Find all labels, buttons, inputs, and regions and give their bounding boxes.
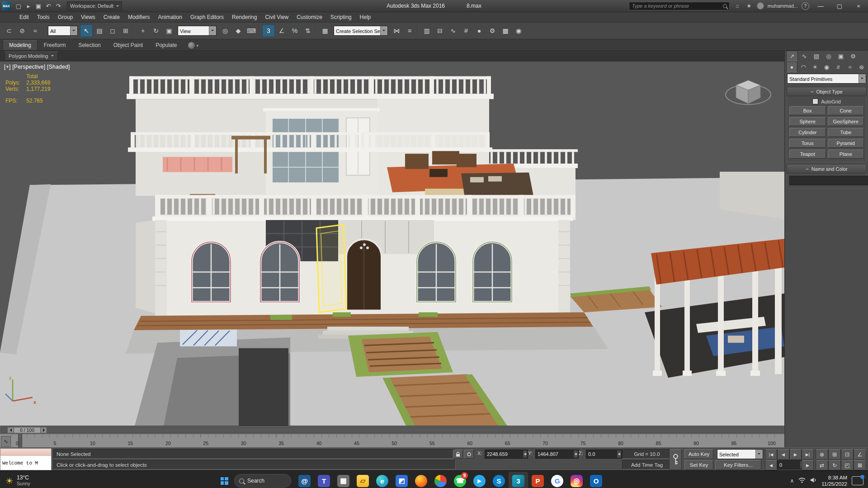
current-frame-field[interactable]: 0	[777, 460, 805, 469]
menu-edit[interactable]: Edit	[15, 12, 33, 22]
workspace-dropdown[interactable]: Workspace: Default	[67, 1, 122, 10]
open-file-icon[interactable]: ▸	[24, 1, 33, 10]
zoom-all-icon[interactable]: ⊞	[828, 449, 841, 460]
taskbar-app-photos[interactable]: ◩	[392, 472, 411, 488]
play-animation-button[interactable]: ▶	[789, 449, 802, 460]
volume-icon[interactable]	[810, 477, 817, 484]
sphere-button[interactable]: Sphere	[789, 117, 826, 126]
space-warps-category-icon[interactable]: ≈	[844, 61, 856, 72]
taskbar-app-teams[interactable]: T	[314, 472, 334, 488]
previous-frame-icon[interactable]	[7, 427, 14, 433]
teapot-button[interactable]: Teapot	[789, 150, 826, 159]
next-key-button[interactable]: ▶	[802, 460, 814, 470]
selected-door-frame[interactable]	[316, 225, 346, 312]
rendered-frame-window-icon[interactable]: ▩	[499, 24, 512, 37]
menu-tools[interactable]: Tools	[33, 12, 54, 22]
lights-category-icon[interactable]: ☀	[809, 61, 821, 72]
plane-button[interactable]: Plane	[828, 150, 864, 159]
taskbar-app-store[interactable]: ▦	[334, 472, 353, 488]
taskbar-clock[interactable]: 8:38 AM 11/25/2022	[821, 474, 847, 487]
field-of-view-icon[interactable]: ∠	[854, 449, 866, 460]
spinner-icon[interactable]	[617, 450, 621, 458]
object-name-input[interactable]	[789, 176, 868, 185]
menu-help[interactable]: Help	[356, 12, 375, 22]
cone-button[interactable]: Cone	[828, 106, 864, 115]
hierarchy-tab-icon[interactable]: ▤	[811, 51, 822, 61]
pan-icon[interactable]: ⇄	[816, 460, 828, 470]
viewport-label[interactable]: [+] [Perspective] [Shaded]	[4, 64, 70, 70]
select-and-move-icon[interactable]: +	[137, 24, 149, 37]
create-tab-icon[interactable]: ↗	[786, 51, 798, 61]
selected-keys-dropdown[interactable]: Selected	[717, 449, 763, 459]
taskbar-app-outlook[interactable]: O	[586, 472, 606, 488]
schematic-view-icon[interactable]: #	[460, 24, 472, 37]
align-icon[interactable]: ≡	[403, 24, 416, 37]
taskbar-app-3ds-max[interactable]: 3	[509, 472, 528, 488]
cylinder-button[interactable]: Cylinder	[789, 128, 826, 137]
z-coordinate-field[interactable]: 0.0	[586, 450, 622, 459]
taskbar-app-telegram[interactable]: ▶	[470, 472, 489, 488]
max-application-menu-icon[interactable]: MAX	[2, 1, 11, 10]
taskbar-app-google[interactable]: G	[547, 472, 567, 488]
render-setup-icon[interactable]: ⚙	[486, 24, 499, 37]
zoom-icon[interactable]: ⊕	[816, 449, 828, 460]
auto-key-button[interactable]: Auto Key	[684, 449, 713, 459]
pyramid-button[interactable]: Pyramid	[828, 139, 864, 148]
undo-icon[interactable]: ↶	[43, 1, 53, 10]
tab-freeform[interactable]: Freeform	[38, 40, 72, 50]
select-object-icon[interactable]: ↖	[80, 24, 93, 37]
x-coordinate-field[interactable]: 2248.659	[485, 450, 528, 459]
unlink-selection-icon[interactable]: ⊘	[16, 24, 28, 37]
set-keys-button[interactable]	[669, 449, 682, 470]
add-time-tag-field[interactable]: Add Time Tag	[622, 460, 672, 469]
select-and-link-icon[interactable]: ⊂	[3, 24, 15, 37]
menu-rendering[interactable]: Rendering	[228, 12, 261, 22]
reference-coordinate-dropdown[interactable]: View	[178, 26, 217, 36]
zoom-region-icon[interactable]: ◰	[841, 460, 854, 470]
menu-create[interactable]: Create	[99, 12, 124, 22]
rectangular-selection-region-icon[interactable]: ◻	[106, 24, 119, 37]
menu-animation[interactable]: Animation	[154, 12, 186, 22]
restore-button[interactable]: ▢	[832, 1, 847, 11]
utilities-tab-icon[interactable]: ⚙	[847, 51, 859, 61]
menu-scripting[interactable]: Scripting	[326, 12, 356, 22]
zoom-extents-icon[interactable]: ⊡	[841, 449, 854, 460]
polygon-modeling-panel-button[interactable]: Polygon Modeling	[5, 52, 58, 61]
tab-selection[interactable]: Selection	[72, 40, 107, 50]
select-and-rotate-icon[interactable]: ↻	[150, 24, 162, 37]
time-slider-handle[interactable]: 0 / 100	[7, 427, 47, 433]
track-bar[interactable]: ∿ 05 1015 2025 3035 4045 5055 6065 7075 …	[0, 434, 784, 447]
menu-customize[interactable]: Customize	[292, 12, 326, 22]
time-slider-track[interactable]	[1, 427, 783, 433]
modify-tab-icon[interactable]: ∿	[798, 51, 810, 61]
mini-curve-editor-icon[interactable]: ∿	[1, 436, 11, 447]
taskbar-app-skype[interactable]: S	[489, 472, 509, 488]
tab-modeling[interactable]: Modeling	[3, 40, 38, 50]
new-scene-icon[interactable]: ▢	[14, 1, 24, 10]
save-file-icon[interactable]: ▣	[33, 1, 43, 10]
geometry-category-icon[interactable]: ●	[786, 61, 797, 72]
menu-group[interactable]: Group	[54, 12, 77, 22]
go-to-end-button[interactable]: ▶|	[802, 449, 814, 460]
motion-tab-icon[interactable]: ◎	[823, 51, 835, 61]
torus-button[interactable]: Torus	[789, 139, 826, 148]
menu-civil-view[interactable]: Civil View	[261, 12, 292, 22]
community-icon[interactable]: ⌂	[733, 3, 741, 9]
selection-lock-icon[interactable]	[453, 450, 463, 459]
named-selection-set-dropdown[interactable]: Create Selection Se	[334, 26, 388, 36]
primitive-category-dropdown[interactable]: Standard Primitives	[787, 74, 866, 84]
select-by-name-icon[interactable]: ▤	[93, 24, 106, 37]
bind-to-space-warp-icon[interactable]: ≈	[29, 24, 42, 37]
action-center-icon[interactable]	[852, 476, 863, 485]
box-button[interactable]: Box	[789, 106, 826, 115]
material-editor-icon[interactable]: ●	[473, 24, 486, 37]
maximize-viewport-icon[interactable]: ⊠	[854, 460, 866, 470]
time-slider[interactable]: 0 / 100	[0, 426, 784, 434]
taskbar-app-firefox[interactable]	[411, 472, 431, 488]
select-and-manipulate-icon[interactable]: ◆	[232, 24, 245, 37]
keyboard-override-icon[interactable]: ⌨	[245, 24, 258, 37]
orbit-icon[interactable]: ↻	[828, 460, 841, 470]
name-and-color-rollout-header[interactable]: − Name and Color	[787, 164, 867, 174]
username-label[interactable]: muhammad...	[768, 3, 798, 9]
angle-snap-icon[interactable]: ∠	[275, 24, 288, 37]
